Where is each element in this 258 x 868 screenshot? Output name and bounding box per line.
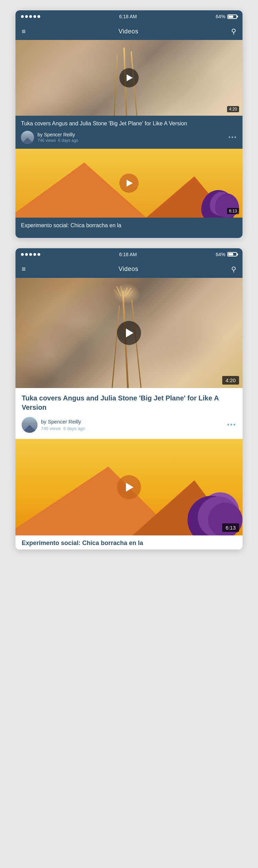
signal-dot-2-5: [37, 253, 40, 256]
author-name-expanded-1: by Spencer Reilly: [41, 419, 85, 425]
signal-dot-2-2: [25, 253, 28, 256]
avatar-expanded-1: [22, 417, 37, 433]
thumbnail-nature-large: 4:20: [15, 278, 243, 388]
signal-dots: [21, 15, 40, 18]
signal-dot-3: [29, 15, 32, 18]
battery-fill-2: [228, 253, 233, 255]
video-meta-expanded-1: by Spencer Reilly 746 views 6 days ago •…: [22, 417, 236, 433]
play-triangle-2: [127, 180, 133, 187]
hamburger-icon[interactable]: ≡: [22, 28, 26, 35]
play-triangle-large-1: [126, 328, 133, 337]
video-card-2-compact: 6:13 Experimento social: Chica borracha …: [15, 149, 243, 238]
more-button-expanded-1[interactable]: •••: [227, 421, 236, 429]
hamburger-icon-2[interactable]: ≡: [22, 265, 26, 273]
signal-dot-2-3: [29, 253, 32, 256]
signal-dot-4: [33, 15, 36, 18]
navbar-title: Videos: [118, 28, 138, 35]
video-thumbnail-1[interactable]: 4:20: [15, 40, 243, 116]
thumbnail-desert-compact: 6:13: [15, 149, 243, 218]
status-time: 6:18 AM: [119, 14, 137, 19]
avatar-mountain-expanded: [22, 425, 37, 433]
play-button-2[interactable]: [119, 174, 139, 193]
navbar-2: ≡ Videos ⚲: [15, 261, 243, 278]
video-info-expanded-1: Tuka covers Angus and Julia Stone 'Big J…: [15, 388, 243, 439]
play-button-large-1[interactable]: [117, 321, 141, 345]
play-button-1[interactable]: [119, 68, 139, 87]
avatar-mountain-1: [21, 137, 34, 144]
duration-badge-2: 6:13: [227, 208, 239, 214]
signal-dot-1: [21, 15, 24, 18]
video-info-1: Tuka covers Angus and Julia Stone 'Big J…: [15, 116, 243, 149]
signal-dot-2: [25, 15, 28, 18]
signal-dot-2-1: [21, 253, 24, 256]
expanded-phone-frame: 6:18 AM 64% ≡ Videos ⚲: [15, 248, 243, 550]
avatar-landscape-expanded: [22, 417, 37, 433]
video-card-1: 4:20 Tuka covers Angus and Julia Stone '…: [15, 40, 243, 149]
battery-fill: [228, 15, 233, 18]
video-stats-1: 746 views 6 days ago: [37, 138, 78, 143]
duration-badge-large-1: 4:20: [222, 376, 239, 385]
views-1: 746 views: [37, 138, 56, 143]
views-expanded-1: 746 views: [41, 426, 61, 431]
avatar-landscape-1: [21, 131, 34, 144]
avatar-1: [21, 131, 34, 144]
signal-dot-5: [37, 15, 40, 18]
play-button-large-2[interactable]: [117, 475, 141, 499]
search-icon[interactable]: ⚲: [231, 27, 236, 35]
seed-cluster: [106, 283, 148, 311]
signal-dot-2-4: [33, 253, 36, 256]
partial-title-2: Experimento social: Chica borracha en la: [15, 535, 243, 550]
video-info-2-compact: Experimento social: Chica borracha en la: [15, 218, 243, 238]
duration-badge-large-2: 6:13: [222, 523, 239, 532]
more-button-1[interactable]: •••: [228, 134, 237, 141]
video-thumbnail-2-compact[interactable]: 6:13: [15, 149, 243, 218]
thumbnail-nature-1: 4:20: [15, 40, 243, 116]
status-bar-2: 6:18 AM 64%: [15, 248, 243, 261]
video-title-2-compact: Experimento social: Chica borracha en la: [21, 222, 237, 229]
play-triangle-1: [127, 74, 133, 81]
battery-icon-2: [227, 252, 237, 257]
navbar: ≡ Videos ⚲: [15, 23, 243, 40]
video-thumbnail-large-1[interactable]: 4:20: [15, 278, 243, 388]
meta-text-expanded-1: by Spencer Reilly 746 views 6 days ago: [41, 419, 85, 431]
signal-dots-2: [21, 253, 40, 256]
battery-percent: 64%: [216, 14, 225, 19]
meta-left-1: by Spencer Reilly 746 views 6 days ago: [21, 131, 78, 144]
navbar-title-2: Videos: [118, 265, 138, 273]
author-name-1: by Spencer Reilly: [37, 132, 78, 137]
status-right-2: 64%: [216, 252, 237, 257]
time-ago-1: 6 days ago: [58, 138, 78, 143]
status-time-2: 6:18 AM: [119, 252, 137, 257]
video-meta-1: by Spencer Reilly 746 views 6 days ago •…: [21, 131, 237, 144]
battery-percent-2: 64%: [216, 252, 225, 257]
video-title-expanded-1: Tuka covers Angus and Julia Stone 'Big J…: [22, 394, 236, 412]
video-title-1: Tuka covers Angus and Julia Stone 'Big J…: [21, 120, 237, 127]
play-triangle-large-2: [126, 483, 133, 492]
status-bar: 6:18 AM 64%: [15, 10, 243, 23]
video-stats-expanded-1: 746 views 6 days ago: [41, 426, 85, 431]
duration-badge-1: 4:20: [227, 106, 239, 112]
search-icon-2[interactable]: ⚲: [231, 265, 236, 273]
meta-left-expanded-1: by Spencer Reilly 746 views 6 days ago: [22, 417, 85, 433]
compact-phone-frame: 6:18 AM 64% ≡ Videos ⚲ 4:20: [15, 10, 243, 238]
meta-text-1: by Spencer Reilly 746 views 6 days ago: [37, 132, 78, 143]
time-ago-expanded-1: 6 days ago: [63, 426, 85, 431]
battery-icon: [227, 14, 237, 19]
video-thumbnail-large-2[interactable]: 6:13: [15, 439, 243, 535]
status-right: 64%: [216, 14, 237, 19]
